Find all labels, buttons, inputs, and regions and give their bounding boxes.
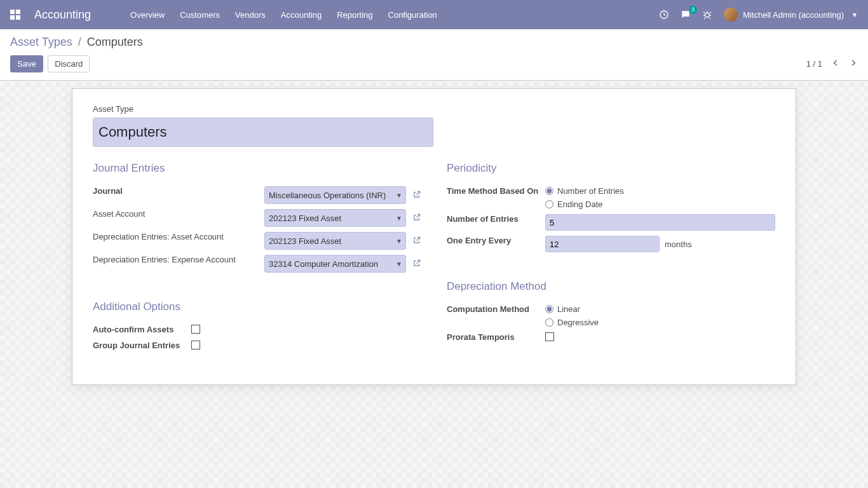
breadcrumb-current: Computers	[87, 36, 143, 48]
svg-point-1	[705, 13, 710, 17]
nav-item-reporting[interactable]: Reporting	[330, 6, 379, 24]
label-group-journal: Group Journal Entries	[93, 338, 191, 354]
breadcrumb-parent[interactable]: Asset Types	[10, 36, 72, 48]
left-column: Journal Entries Journal ▼	[93, 162, 421, 354]
user-name: Mitchell Admin (accounting)	[743, 10, 844, 20]
section-periodicity: Periodicity	[447, 162, 775, 175]
clock-icon[interactable]	[659, 10, 669, 20]
breadcrumb-sep: /	[78, 36, 81, 48]
control-panel-row: Save Discard 1 / 1	[10, 55, 858, 72]
pager: 1 / 1	[806, 58, 858, 69]
label-journal: Journal	[93, 184, 264, 207]
nav-item-overview[interactable]: Overview	[124, 6, 171, 24]
one-entry-unit: months	[665, 240, 692, 249]
control-panel: Asset Types / Computers Save Discard 1 /…	[0, 29, 868, 81]
right-column: Periodicity Time Method Based On Number …	[447, 162, 775, 354]
prorata-checkbox[interactable]	[545, 332, 554, 341]
avatar	[724, 8, 738, 22]
app-brand[interactable]: Accounting	[34, 8, 91, 22]
discard-button[interactable]: Discard	[48, 55, 90, 72]
external-link-icon[interactable]	[412, 259, 421, 269]
section-additional-options: Additional Options	[93, 301, 421, 313]
nav-item-customers[interactable]: Customers	[173, 6, 226, 24]
label-dep-asset-account: Depreciation Entries: Asset Account	[93, 229, 264, 252]
bug-icon[interactable]	[702, 10, 712, 20]
radio-linear[interactable]: Linear	[545, 304, 775, 314]
section-depreciation-method: Depreciation Method	[447, 280, 775, 293]
asset-account-select[interactable]	[264, 209, 406, 227]
nav-menu: Overview Customers Vendors Accounting Re…	[124, 6, 444, 24]
radio-number-of-entries[interactable]: Number of Entries	[545, 186, 775, 196]
label-auto-confirm: Auto-confirm Assets	[93, 322, 191, 338]
dep-asset-account-select[interactable]	[264, 232, 406, 250]
pager-count: 1 / 1	[806, 59, 822, 69]
nav-item-accounting[interactable]: Accounting	[275, 6, 328, 24]
section-journal-entries: Journal Entries	[93, 162, 421, 175]
nav-left: Accounting Overview Customers Vendors Ac…	[10, 6, 444, 24]
label-one-entry-every: One Entry Every	[447, 233, 545, 255]
main-navbar: Accounting Overview Customers Vendors Ac…	[0, 0, 868, 29]
external-link-icon[interactable]	[412, 213, 421, 224]
one-entry-every-input[interactable]	[545, 236, 660, 252]
nav-item-configuration[interactable]: Configuration	[382, 6, 444, 24]
label-dep-expense-account: Depreciation Entries: Expense Account	[93, 252, 264, 275]
label-number-entries: Number of Entries	[447, 212, 545, 233]
asset-type-name-input[interactable]	[93, 118, 433, 147]
journal-select[interactable]	[264, 186, 406, 204]
caret-down-icon: ▼	[851, 11, 858, 18]
number-of-entries-input[interactable]	[545, 214, 775, 231]
sheet-wrap: Asset Type Journal Entries Journal ▼	[0, 81, 868, 404]
title-label: Asset Type	[93, 104, 775, 114]
breadcrumb: Asset Types / Computers	[10, 36, 858, 49]
pager-prev-icon[interactable]	[831, 58, 840, 69]
form-sheet: Asset Type Journal Entries Journal ▼	[72, 88, 796, 385]
label-computation-method: Computation Method	[447, 302, 545, 330]
nav-right: 3 Mitchell Admin (accounting) ▼	[659, 8, 858, 22]
apps-icon[interactable]	[10, 10, 20, 20]
save-button[interactable]: Save	[10, 55, 43, 72]
nav-item-vendors[interactable]: Vendors	[229, 6, 272, 24]
radio-degressive[interactable]: Degressive	[545, 318, 775, 327]
external-link-icon[interactable]	[412, 236, 421, 247]
label-prorata: Prorata Temporis	[447, 330, 545, 346]
label-asset-account: Asset Account	[93, 207, 264, 229]
action-buttons: Save Discard	[10, 55, 90, 72]
radio-ending-date[interactable]: Ending Date	[545, 200, 775, 209]
group-journal-checkbox[interactable]	[191, 341, 200, 349]
chat-badge: 3	[689, 6, 697, 14]
dep-expense-account-select[interactable]	[264, 255, 406, 273]
auto-confirm-checkbox[interactable]	[191, 325, 200, 334]
label-time-method: Time Method Based On	[447, 184, 545, 212]
pager-next-icon[interactable]	[849, 58, 858, 69]
chat-icon[interactable]: 3	[681, 10, 691, 20]
external-link-icon[interactable]	[412, 190, 421, 201]
user-menu[interactable]: Mitchell Admin (accounting) ▼	[724, 8, 858, 22]
